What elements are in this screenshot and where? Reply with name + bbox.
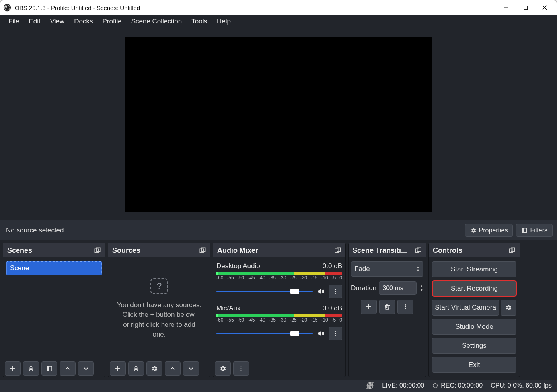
svg-point-28 [335, 331, 336, 332]
select-arrows-icon: ▲▼ [416, 265, 420, 273]
menu-file[interactable]: File [4, 15, 24, 28]
gear-icon [470, 227, 477, 234]
tick: -25 [290, 275, 296, 281]
tick: -35 [269, 317, 276, 323]
duration-input[interactable]: 300 ms [379, 281, 417, 295]
volume-slider[interactable] [216, 333, 313, 334]
transition-select-value: Fade [354, 265, 416, 273]
record-icon [432, 382, 438, 389]
menu-scene-collection[interactable]: Scene Collection [127, 15, 187, 28]
channel-db: 0.0 dB [323, 304, 342, 312]
start-virtual-camera-button[interactable]: Start Virtual Camera [432, 300, 499, 316]
window-close-button[interactable] [535, 1, 554, 14]
popout-icon[interactable] [199, 247, 206, 254]
channel-options-button[interactable] [329, 327, 342, 340]
menu-edit[interactable]: Edit [24, 15, 45, 28]
volume-slider[interactable] [216, 291, 313, 292]
svg-point-41 [405, 306, 406, 308]
controls-panel: Controls Start Streaming Start Recording… [428, 243, 520, 377]
tick: 0 [339, 317, 342, 323]
start-streaming-button[interactable]: Start Streaming [432, 261, 516, 277]
popout-icon[interactable] [334, 247, 341, 254]
properties-button-label: Properties [479, 227, 508, 234]
window-maximize-button[interactable] [516, 1, 535, 14]
tick: -50 [238, 317, 244, 323]
tick: -45 [248, 317, 255, 323]
svg-rect-16 [47, 366, 49, 371]
source-properties-button[interactable] [146, 361, 162, 376]
start-recording-button[interactable]: Start Recording [432, 281, 516, 296]
tick: -5 [332, 275, 336, 281]
remove-transition-button[interactable] [379, 300, 395, 314]
add-scene-button[interactable] [5, 361, 21, 376]
filters-button-label: Filters [530, 227, 547, 234]
preview-canvas[interactable] [125, 37, 432, 212]
tick: -45 [248, 275, 255, 281]
advanced-audio-button[interactable] [215, 361, 231, 376]
svg-rect-8 [522, 228, 524, 233]
sources-empty-state[interactable]: ? You don't have any sources. Click the … [111, 260, 208, 358]
tick: -10 [321, 275, 328, 281]
svg-point-27 [335, 293, 336, 294]
popout-icon[interactable] [415, 247, 422, 254]
svg-point-29 [335, 333, 336, 334]
tick: -25 [290, 317, 296, 323]
menu-bar: File Edit View Docks Profile Scene Colle… [0, 15, 557, 28]
menu-docks[interactable]: Docks [69, 15, 97, 28]
svg-point-30 [335, 335, 336, 336]
scenes-panel: Scenes Scene [3, 243, 105, 377]
menu-help[interactable]: Help [212, 15, 236, 28]
properties-button[interactable]: Properties [465, 224, 513, 237]
svg-point-32 [241, 368, 242, 369]
svg-rect-4 [524, 6, 527, 9]
menu-profile[interactable]: Profile [97, 15, 126, 28]
mute-button[interactable] [315, 286, 326, 297]
studio-mode-button[interactable]: Studio Mode [432, 319, 516, 335]
move-source-up-button[interactable] [165, 361, 181, 376]
tick: -40 [258, 275, 265, 281]
mixer-channel-mic-aux: Mic/Aux 0.0 dB -60 -55 -50 -45 -40 [216, 304, 342, 340]
audio-mixer-title: Audio Mixer [217, 246, 258, 255]
mute-button[interactable] [315, 328, 326, 339]
settings-button[interactable]: Settings [432, 338, 516, 354]
sources-empty-line2: Click the + button below, [123, 311, 196, 318]
channel-name: Desktop Audio [216, 262, 323, 270]
channel-name: Mic/Aux [216, 304, 323, 312]
window-titlebar: OBS 29.1.3 - Profile: Untitled - Scenes:… [0, 0, 557, 15]
move-scene-up-button[interactable] [60, 361, 76, 376]
transition-options-button[interactable] [397, 300, 413, 314]
status-bar: LIVE: 00:00:00 REC: 00:00:00 CPU: 0.0%, … [0, 380, 557, 392]
window-minimize-button[interactable] [497, 1, 516, 14]
move-source-down-button[interactable] [183, 361, 199, 376]
audio-meter: -60 -55 -50 -45 -40 -35 -30 -25 -20 -15 [216, 314, 342, 326]
tick: -5 [332, 317, 336, 323]
tick: -60 [216, 317, 223, 323]
tick: -15 [311, 275, 317, 281]
spinner-arrows-icon[interactable]: ▲▼ [420, 285, 423, 292]
scene-item[interactable]: Scene [6, 261, 102, 275]
popout-icon[interactable] [508, 247, 516, 254]
add-transition-button[interactable] [361, 300, 377, 314]
popout-icon[interactable] [94, 247, 101, 254]
scene-transitions-panel: Scene Transiti... Fade ▲▼ Duration 300 m… [348, 243, 426, 377]
mixer-options-button[interactable] [233, 361, 249, 376]
transition-select[interactable]: Fade ▲▼ [351, 261, 423, 277]
add-source-button[interactable] [110, 361, 126, 376]
sources-empty-line1: You don't have any sources. [117, 301, 201, 309]
menu-tools[interactable]: Tools [187, 15, 212, 28]
filters-button[interactable]: Filters [516, 224, 553, 237]
remove-scene-button[interactable] [23, 361, 39, 376]
channel-db: 0.0 dB [323, 262, 342, 270]
svg-point-33 [241, 370, 242, 371]
duration-label: Duration [351, 284, 376, 292]
obs-app-icon [3, 3, 12, 12]
menu-view[interactable]: View [45, 15, 70, 28]
channel-options-button[interactable] [329, 285, 342, 298]
scene-filters-button[interactable] [41, 361, 57, 376]
remove-source-button[interactable] [128, 361, 144, 376]
exit-button[interactable]: Exit [432, 357, 516, 373]
virtual-camera-settings-button[interactable] [501, 300, 516, 316]
move-scene-down-button[interactable] [78, 361, 94, 376]
tick: -55 [227, 317, 234, 323]
svg-point-47 [433, 384, 438, 388]
